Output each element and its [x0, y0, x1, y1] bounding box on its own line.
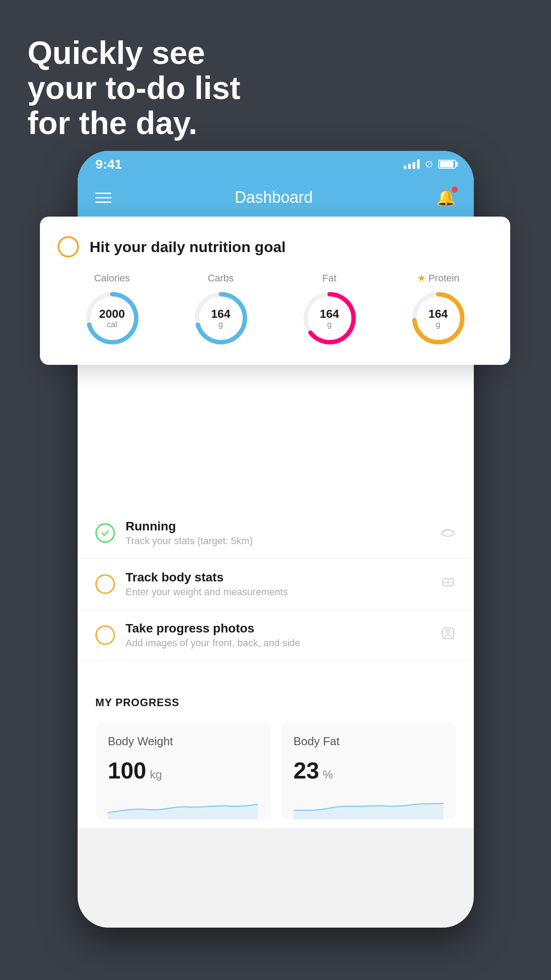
progress-cards: Body Weight 100 kg Body Fat — [95, 722, 456, 819]
body-weight-value: 100 — [108, 757, 146, 784]
scale-icon — [440, 574, 456, 594]
card-title: Hit your daily nutrition goal — [90, 238, 286, 256]
shoe-icon — [440, 523, 456, 543]
menu-button[interactable] — [95, 193, 111, 203]
task-info-photos: Take progress photos Add images of your … — [126, 621, 429, 649]
nutrition-check-circle[interactable] — [58, 236, 79, 257]
task-name-running: Running — [126, 519, 429, 533]
body-fat-unit: % — [323, 768, 333, 782]
svg-point-5 — [446, 630, 450, 633]
task-item-photos[interactable]: Take progress photos Add images of your … — [78, 610, 474, 661]
status-time: 9:41 — [95, 157, 122, 172]
signal-icon — [404, 159, 420, 169]
body-weight-card: Body Weight 100 kg — [95, 722, 271, 819]
task-item-body-stats[interactable]: Track body stats Enter your weight and m… — [78, 559, 474, 610]
body-fat-value-row: 23 % — [294, 757, 444, 784]
headline: Quickly see your to-do list for the day. — [28, 36, 240, 141]
status-bar: 9:41 ⊙ — [78, 151, 474, 178]
fat-circle: 164 g — [301, 289, 358, 347]
task-list: Running Track your stats (target: 5km) T… — [78, 383, 474, 661]
task-info-running: Running Track your stats (target: 5km) — [126, 519, 429, 547]
nutrition-stats: Calories 2000 cal Carbs — [58, 273, 492, 347]
status-icons: ⊙ — [404, 158, 456, 170]
body-weight-chart — [108, 793, 258, 819]
task-status-running — [95, 523, 115, 543]
star-icon: ★ — [417, 273, 426, 284]
task-status-body-stats — [95, 574, 115, 594]
task-item-running[interactable]: Running Track your stats (target: 5km) — [78, 508, 474, 559]
stat-fat: Fat 164 g — [301, 273, 358, 347]
body-fat-label: Body Fat — [294, 735, 444, 748]
calories-label: Calories — [94, 273, 130, 284]
fat-label: Fat — [323, 273, 337, 284]
carbs-circle: 164 g — [192, 289, 250, 347]
body-weight-unit: kg — [150, 768, 162, 782]
task-sub-photos: Add images of your front, back, and side — [126, 637, 429, 649]
body-weight-label: Body Weight — [108, 735, 258, 748]
battery-icon — [438, 160, 456, 169]
body-fat-card: Body Fat 23 % — [281, 722, 457, 819]
task-status-photos — [95, 625, 115, 645]
carbs-label: Carbs — [208, 273, 234, 284]
task-name-body-stats: Track body stats — [126, 570, 429, 585]
stat-calories: Calories 2000 cal — [83, 273, 141, 347]
check-icon — [101, 529, 110, 537]
svg-point-0 — [442, 530, 454, 536]
wifi-icon: ⊙ — [425, 158, 433, 170]
nav-bar: Dashboard 🔔 — [78, 178, 474, 217]
body-fat-value: 23 — [294, 757, 319, 784]
body-weight-value-row: 100 kg — [108, 757, 258, 784]
task-name-photos: Take progress photos — [126, 621, 429, 636]
person-icon — [440, 625, 456, 645]
task-sub-body-stats: Enter your weight and measurements — [126, 586, 429, 598]
stat-protein: ★ Protein 164 g — [409, 273, 467, 347]
protein-circle: 164 g — [409, 289, 467, 347]
task-info-body-stats: Track body stats Enter your weight and m… — [126, 570, 429, 598]
notification-dot — [452, 186, 458, 193]
nav-title: Dashboard — [235, 188, 313, 207]
task-sub-running: Track your stats (target: 5km) — [126, 535, 429, 547]
nutrition-card: Hit your daily nutrition goal Calories 2… — [40, 217, 510, 365]
protein-label: ★ Protein — [417, 273, 460, 284]
progress-header: MY PROGRESS — [95, 696, 456, 709]
stat-carbs: Carbs 164 g — [192, 273, 250, 347]
body-fat-chart — [294, 793, 444, 819]
notification-bell-button[interactable]: 🔔 — [436, 188, 456, 207]
card-title-row: Hit your daily nutrition goal — [58, 236, 492, 257]
progress-section: MY PROGRESS Body Weight 100 kg — [78, 679, 474, 828]
calories-circle: 2000 cal — [83, 289, 141, 347]
